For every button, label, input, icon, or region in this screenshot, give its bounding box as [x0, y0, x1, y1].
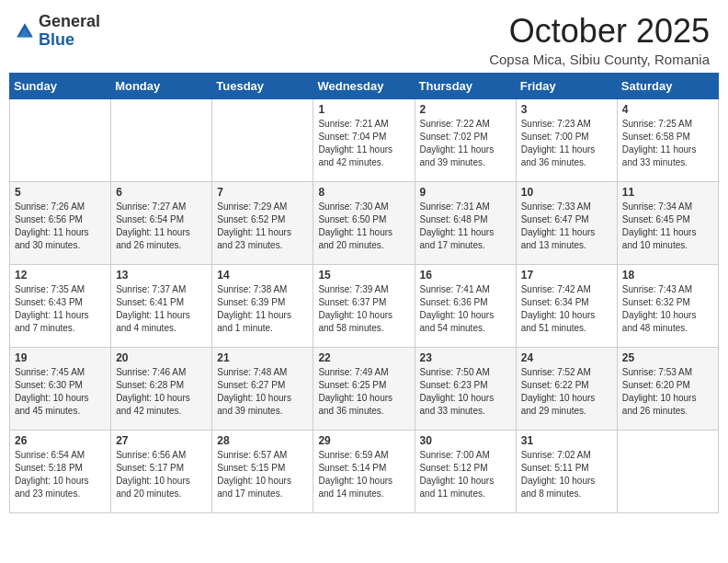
day-detail: Sunrise: 7:34 AM Sunset: 6:45 PM Dayligh…	[622, 201, 713, 252]
day-number: 11	[622, 186, 713, 199]
day-cell: 18Sunrise: 7:43 AM Sunset: 6:32 PM Dayli…	[617, 264, 718, 347]
calendar-table: SundayMondayTuesdayWednesdayThursdayFrid…	[9, 73, 719, 513]
calendar: SundayMondayTuesdayWednesdayThursdayFrid…	[0, 73, 728, 563]
day-number: 28	[217, 434, 308, 447]
day-number: 19	[15, 351, 106, 364]
page: General Blue October 2025 Copsa Mica, Si…	[0, 0, 728, 563]
day-detail: Sunrise: 7:00 AM Sunset: 5:12 PM Dayligh…	[420, 449, 511, 500]
day-detail: Sunrise: 6:59 AM Sunset: 5:14 PM Dayligh…	[318, 449, 409, 500]
day-detail: Sunrise: 7:46 AM Sunset: 6:28 PM Dayligh…	[116, 366, 207, 418]
day-number: 5	[15, 186, 106, 199]
day-cell: 6Sunrise: 7:27 AM Sunset: 6:54 PM Daylig…	[111, 181, 212, 264]
day-number: 15	[318, 269, 409, 282]
day-number: 23	[420, 351, 511, 364]
day-detail: Sunrise: 7:02 AM Sunset: 5:11 PM Dayligh…	[521, 449, 612, 500]
day-detail: Sunrise: 7:26 AM Sunset: 6:56 PM Dayligh…	[15, 201, 106, 252]
day-detail: Sunrise: 7:53 AM Sunset: 6:20 PM Dayligh…	[622, 366, 713, 418]
day-number: 7	[217, 186, 308, 199]
day-detail: Sunrise: 7:42 AM Sunset: 6:34 PM Dayligh…	[521, 283, 612, 335]
day-number: 2	[420, 103, 511, 116]
day-detail: Sunrise: 7:21 AM Sunset: 7:04 PM Dayligh…	[318, 118, 409, 169]
week-row-3: 12Sunrise: 7:35 AM Sunset: 6:43 PM Dayli…	[10, 264, 719, 347]
day-number: 20	[116, 351, 207, 364]
day-detail: Sunrise: 7:23 AM Sunset: 7:00 PM Dayligh…	[521, 118, 612, 169]
day-cell: 31Sunrise: 7:02 AM Sunset: 5:11 PM Dayli…	[516, 430, 617, 512]
day-cell: 27Sunrise: 6:56 AM Sunset: 5:17 PM Dayli…	[111, 430, 212, 512]
day-cell	[212, 98, 313, 181]
day-of-week-thursday: Thursday	[415, 73, 516, 98]
day-detail: Sunrise: 7:31 AM Sunset: 6:48 PM Dayligh…	[420, 201, 511, 252]
day-detail: Sunrise: 7:49 AM Sunset: 6:25 PM Dayligh…	[318, 366, 409, 418]
day-detail: Sunrise: 7:37 AM Sunset: 6:41 PM Dayligh…	[116, 283, 207, 335]
day-detail: Sunrise: 7:52 AM Sunset: 6:22 PM Dayligh…	[521, 366, 612, 418]
day-cell: 13Sunrise: 7:37 AM Sunset: 6:41 PM Dayli…	[111, 264, 212, 347]
day-cell: 28Sunrise: 6:57 AM Sunset: 5:15 PM Dayli…	[212, 430, 313, 512]
day-number: 17	[521, 269, 612, 282]
day-detail: Sunrise: 7:45 AM Sunset: 6:30 PM Dayligh…	[15, 366, 106, 418]
day-cell: 2Sunrise: 7:22 AM Sunset: 7:02 PM Daylig…	[415, 98, 516, 181]
day-number: 29	[318, 434, 409, 447]
day-detail: Sunrise: 6:56 AM Sunset: 5:17 PM Dayligh…	[116, 449, 207, 500]
day-number: 8	[318, 186, 409, 199]
day-number: 30	[420, 434, 511, 447]
day-cell: 7Sunrise: 7:29 AM Sunset: 6:52 PM Daylig…	[212, 181, 313, 264]
day-cell: 16Sunrise: 7:41 AM Sunset: 6:36 PM Dayli…	[415, 264, 516, 347]
day-cell: 11Sunrise: 7:34 AM Sunset: 6:45 PM Dayli…	[617, 181, 718, 264]
day-number: 27	[116, 434, 207, 447]
header-row: SundayMondayTuesdayWednesdayThursdayFrid…	[10, 73, 719, 98]
week-row-1: 1Sunrise: 7:21 AM Sunset: 7:04 PM Daylig…	[10, 98, 719, 181]
day-number: 14	[217, 269, 308, 282]
day-cell: 21Sunrise: 7:48 AM Sunset: 6:27 PM Dayli…	[212, 347, 313, 430]
day-of-week-wednesday: Wednesday	[313, 73, 415, 98]
day-number: 22	[318, 351, 409, 364]
day-of-week-saturday: Saturday	[617, 73, 718, 98]
day-detail: Sunrise: 7:43 AM Sunset: 6:32 PM Dayligh…	[622, 283, 713, 335]
day-cell: 1Sunrise: 7:21 AM Sunset: 7:04 PM Daylig…	[313, 98, 415, 181]
month-title: October 2025	[489, 13, 710, 50]
day-cell: 20Sunrise: 7:46 AM Sunset: 6:28 PM Dayli…	[111, 347, 212, 430]
day-cell: 22Sunrise: 7:49 AM Sunset: 6:25 PM Dayli…	[313, 347, 415, 430]
day-of-week-friday: Friday	[516, 73, 617, 98]
day-number: 26	[15, 434, 106, 447]
day-cell: 4Sunrise: 7:25 AM Sunset: 6:58 PM Daylig…	[617, 98, 718, 181]
logo-blue: Blue	[39, 30, 74, 49]
day-number: 24	[521, 351, 612, 364]
day-cell: 8Sunrise: 7:30 AM Sunset: 6:50 PM Daylig…	[313, 181, 415, 264]
day-number: 31	[521, 434, 612, 447]
day-cell: 19Sunrise: 7:45 AM Sunset: 6:30 PM Dayli…	[10, 347, 111, 430]
day-cell: 12Sunrise: 7:35 AM Sunset: 6:43 PM Dayli…	[10, 264, 111, 347]
day-number: 6	[116, 186, 207, 199]
day-detail: Sunrise: 7:30 AM Sunset: 6:50 PM Dayligh…	[318, 201, 409, 252]
day-detail: Sunrise: 7:35 AM Sunset: 6:43 PM Dayligh…	[15, 283, 106, 335]
day-detail: Sunrise: 6:57 AM Sunset: 5:15 PM Dayligh…	[217, 449, 308, 500]
logo-general: General	[39, 12, 100, 30]
day-cell: 23Sunrise: 7:50 AM Sunset: 6:23 PM Dayli…	[415, 347, 516, 430]
day-detail: Sunrise: 6:54 AM Sunset: 5:18 PM Dayligh…	[15, 449, 106, 500]
logo: General Blue	[15, 13, 100, 50]
day-cell: 26Sunrise: 6:54 AM Sunset: 5:18 PM Dayli…	[10, 430, 111, 512]
day-number: 25	[622, 351, 713, 364]
day-detail: Sunrise: 7:27 AM Sunset: 6:54 PM Dayligh…	[116, 201, 207, 252]
day-cell: 5Sunrise: 7:26 AM Sunset: 6:56 PM Daylig…	[10, 181, 111, 264]
day-number: 21	[217, 351, 308, 364]
day-number: 9	[420, 186, 511, 199]
day-of-week-sunday: Sunday	[10, 73, 111, 98]
day-detail: Sunrise: 7:48 AM Sunset: 6:27 PM Dayligh…	[217, 366, 308, 418]
day-number: 13	[116, 269, 207, 282]
day-cell: 29Sunrise: 6:59 AM Sunset: 5:14 PM Dayli…	[313, 430, 415, 512]
day-number: 12	[15, 269, 106, 282]
day-detail: Sunrise: 7:50 AM Sunset: 6:23 PM Dayligh…	[420, 366, 511, 418]
day-cell: 14Sunrise: 7:38 AM Sunset: 6:39 PM Dayli…	[212, 264, 313, 347]
day-detail: Sunrise: 7:41 AM Sunset: 6:36 PM Dayligh…	[420, 283, 511, 335]
day-of-week-monday: Monday	[111, 73, 212, 98]
logo-icon	[15, 21, 35, 41]
day-number: 3	[521, 103, 612, 116]
location-title: Copsa Mica, Sibiu County, Romania	[489, 52, 710, 67]
day-cell: 24Sunrise: 7:52 AM Sunset: 6:22 PM Dayli…	[516, 347, 617, 430]
day-cell: 25Sunrise: 7:53 AM Sunset: 6:20 PM Dayli…	[617, 347, 718, 430]
day-detail: Sunrise: 7:33 AM Sunset: 6:47 PM Dayligh…	[521, 201, 612, 252]
day-detail: Sunrise: 7:38 AM Sunset: 6:39 PM Dayligh…	[217, 283, 308, 335]
day-of-week-tuesday: Tuesday	[212, 73, 313, 98]
day-cell	[10, 98, 111, 181]
day-detail: Sunrise: 7:39 AM Sunset: 6:37 PM Dayligh…	[318, 283, 409, 335]
